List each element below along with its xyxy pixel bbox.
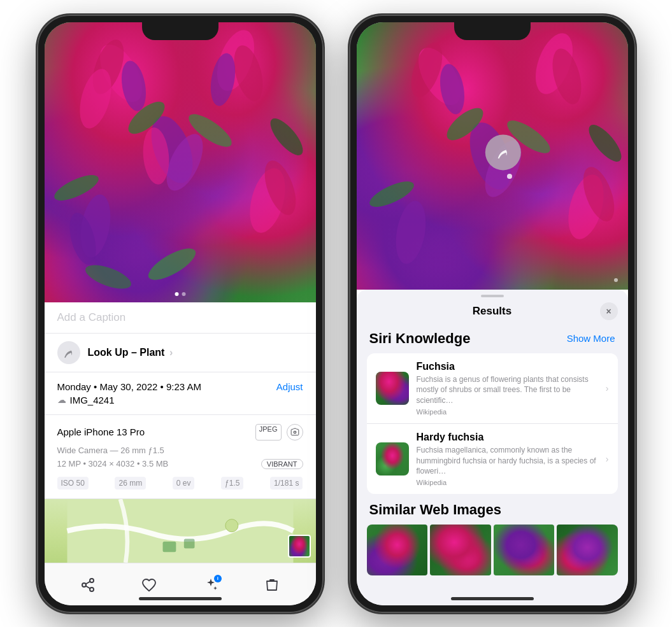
vibrant-badge: VIBRANT (261, 459, 303, 469)
svg-point-26 (82, 583, 86, 587)
caption-area[interactable]: Add a Caption (45, 302, 316, 334)
notch (142, 22, 218, 40)
svg-rect-21 (67, 499, 293, 563)
sheet-close-button[interactable]: × (600, 302, 618, 320)
hardy-fuchsia-info: Hardy fuchsia Fuchsia magellanica, commo… (417, 432, 601, 486)
hardy-fuchsia-thumbnail (376, 442, 409, 476)
hardy-fuchsia-description: Fuchsia magellanica, commonly known as t… (417, 445, 601, 477)
sheet-title: Results (473, 305, 511, 318)
fuchsia-name: Fuchsia (417, 361, 601, 372)
fuchsia-thumbnail (376, 372, 409, 405)
badge-row: JPEG (255, 424, 303, 440)
info-badge: i (214, 575, 222, 582)
siri-knowledge-header: Siri Knowledge Show More (367, 330, 618, 347)
visual-lookup-dot (507, 174, 512, 179)
bottom-sheet: Results × Siri Knowledge Show More (357, 290, 628, 605)
svg-point-24 (225, 519, 238, 532)
svg-point-27 (90, 588, 94, 591)
lookup-row[interactable]: Look Up – Plant › (45, 334, 316, 372)
knowledge-card: Fuchsia Fuchsia is a genus of flowering … (367, 353, 618, 495)
similar-section: Similar Web Images (367, 502, 618, 575)
svg-point-19 (82, 260, 134, 293)
phone-2-screen: Results × Siri Knowledge Show More (357, 22, 628, 605)
similar-image-3[interactable] (494, 525, 555, 575)
phone2-content: Results × Siri Knowledge Show More (357, 22, 628, 605)
hardy-fuchsia-source: Wikipedia (417, 479, 601, 486)
phone-1: Add a Caption Look Up – Plant › (37, 15, 324, 613)
map-thumbnail (288, 535, 311, 558)
adjust-button[interactable]: Adjust (276, 381, 303, 392)
leaf-icon (62, 346, 75, 359)
phone1-content: Add a Caption Look Up – Plant › (45, 22, 316, 605)
date-text: Monday • May 30, 2022 • 9:23 AM (57, 381, 201, 392)
filename: IMG_4241 (70, 395, 115, 405)
phones-container: Add a Caption Look Up – Plant › (0, 0, 672, 627)
sheet-content[interactable]: Siri Knowledge Show More Fuchsia (357, 325, 628, 605)
svg-point-25 (90, 579, 94, 582)
photo-indicator (175, 292, 185, 296)
dot-2 (182, 292, 185, 296)
fuchsia-description: Fuchsia is a genus of flowering plants t… (417, 374, 601, 406)
hardy-thumb-image (376, 442, 409, 476)
similar-image-4[interactable] (557, 525, 618, 575)
svg-point-20 (294, 431, 296, 433)
share-icon (80, 577, 96, 593)
camera-icon (290, 428, 299, 437)
camera-icon-circle (287, 424, 303, 440)
date-row: Monday • May 30, 2022 • 9:23 AM Adjust (57, 381, 303, 392)
trash-icon (265, 577, 279, 593)
photo-area (45, 22, 316, 302)
flower-photo (45, 22, 316, 302)
fuchsia-source: Wikipedia (417, 408, 601, 416)
filename-row: ☁ IMG_4241 (57, 395, 303, 405)
info-section: Monday • May 30, 2022 • 9:23 AM Adjust ☁… (45, 372, 316, 415)
delete-button[interactable] (258, 571, 286, 599)
exif-ev: 0 ev (173, 477, 195, 490)
photo-indicator-2 (614, 278, 618, 282)
photo-area-2 (357, 22, 628, 290)
similar-image-2[interactable] (430, 525, 491, 575)
hardy-fuchsia-chevron: › (606, 454, 609, 464)
lookup-icon (57, 341, 80, 364)
exif-mm: 26 mm (115, 477, 146, 490)
share-button[interactable] (74, 571, 102, 599)
jpeg-badge: JPEG (255, 424, 282, 440)
device-name: Apple iPhone 13 Pro (57, 426, 145, 437)
fuchsia-thumb-image (376, 372, 409, 405)
similar-images (367, 525, 618, 575)
siri-knowledge-title: Siri Knowledge (369, 330, 471, 347)
lookup-text: Look Up – Plant › (88, 347, 173, 358)
favorite-button[interactable] (135, 571, 163, 599)
map-svg (45, 499, 316, 563)
dot-1 (175, 292, 178, 296)
sheet-header: Results × (357, 297, 628, 325)
visual-lookup-button[interactable] (485, 134, 520, 170)
flower-overlay (45, 22, 316, 302)
lookup-chevron: › (169, 347, 173, 358)
svg-rect-22 (162, 541, 176, 552)
map-area (45, 499, 316, 563)
fuchsia-info: Fuchsia Fuchsia is a genus of flowering … (417, 361, 601, 416)
phone-2: Results × Siri Knowledge Show More (349, 15, 636, 613)
file-spec: 12 MP • 3024 × 4032 • 3.5 MB VIBRANT (57, 459, 303, 469)
svg-rect-23 (183, 539, 194, 548)
camera-spec: Wide Camera — 26 mm ƒ1.5 (57, 446, 303, 455)
show-more-button[interactable]: Show More (567, 333, 615, 344)
knowledge-item-hardy-fuchsia[interactable]: Hardy fuchsia Fuchsia magellanica, commo… (367, 424, 618, 494)
notch-2 (454, 22, 531, 40)
visual-lookup-icon (495, 144, 510, 160)
caption-placeholder: Add a Caption (57, 311, 126, 323)
device-row: Apple iPhone 13 Pro JPEG (57, 424, 303, 440)
svg-point-18 (144, 243, 200, 286)
cloud-icon: ☁ (57, 395, 66, 405)
knowledge-item-fuchsia[interactable]: Fuchsia Fuchsia is a genus of flowering … (367, 353, 618, 424)
dot2-1 (614, 278, 618, 282)
similar-image-1[interactable] (367, 525, 428, 575)
exif-aperture: ƒ1.5 (221, 477, 243, 490)
hardy-fuchsia-name: Hardy fuchsia (417, 432, 601, 443)
svg-point-37 (391, 198, 430, 265)
svg-point-17 (265, 113, 308, 160)
info-button[interactable]: i (197, 571, 225, 599)
device-section: Apple iPhone 13 Pro JPEG Wide Camera (45, 415, 316, 499)
svg-point-41 (583, 120, 627, 166)
